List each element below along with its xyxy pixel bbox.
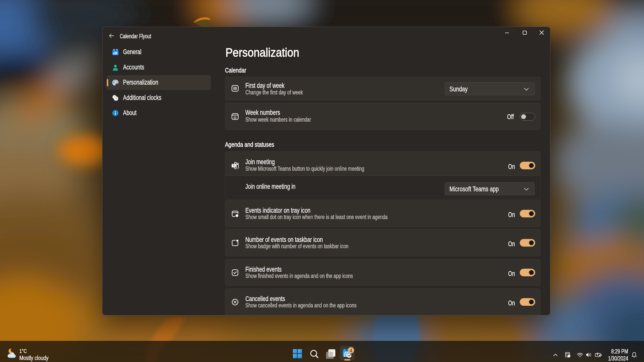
svg-text:4: 4 — [350, 348, 352, 353]
svg-text:T: T — [233, 164, 235, 167]
svg-text:21: 21 — [234, 116, 237, 119]
